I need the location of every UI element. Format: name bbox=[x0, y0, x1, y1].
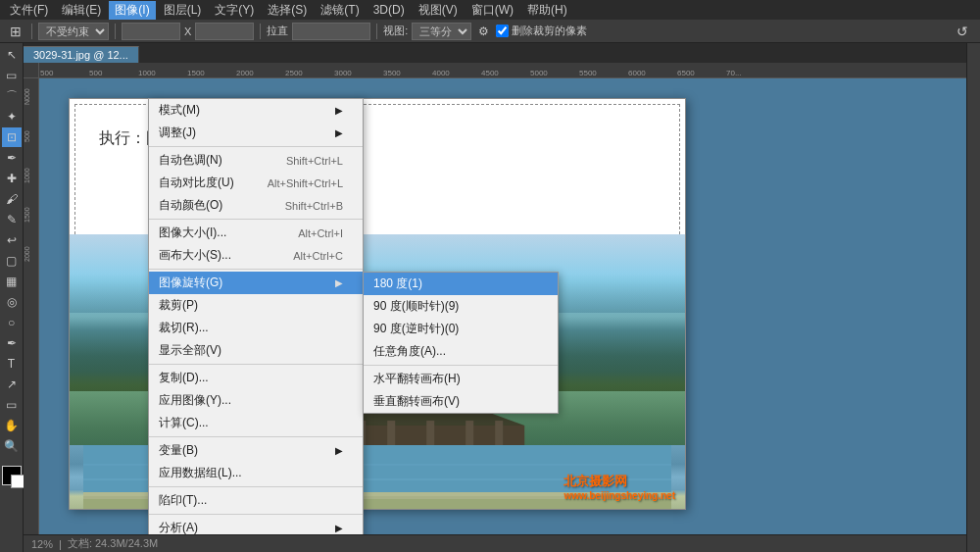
menu-item-adjust[interactable]: 调整(J) ▶ bbox=[149, 122, 363, 144]
menu-item-trap[interactable]: 陷印(T)... bbox=[149, 489, 363, 512]
menu-sep-4 bbox=[149, 364, 363, 365]
menu-item-duplicate[interactable]: 复制(D)... bbox=[149, 367, 363, 389]
delete-pixels-checkbox[interactable] bbox=[496, 25, 509, 37]
menu-sep-1 bbox=[149, 146, 363, 147]
delete-pixels-label: 删除裁剪的像素 bbox=[512, 24, 587, 38]
menu-text[interactable]: 文字(Y) bbox=[209, 1, 260, 20]
menu-item-rotation[interactable]: 图像旋转(G) ▶ 180 度(1) 90 度(顺时针)(9) 90 度(逆时 bbox=[149, 272, 363, 294]
tool-stamp[interactable]: ✎ bbox=[2, 210, 22, 229]
menu-filter[interactable]: 滤镜(T) bbox=[315, 1, 365, 20]
canvas-area: 执行：图象＞图象旋转＞180° bbox=[39, 78, 966, 534]
doc-tab-current[interactable]: 3029-31.jpg @ 12... bbox=[24, 46, 139, 63]
ruler-tick: 3000 bbox=[333, 69, 382, 77]
ruler-tick: 3500 bbox=[382, 69, 431, 77]
status-bar: 12% | 文档: 24.3M/24.3M bbox=[24, 534, 966, 552]
submenu-flip-v[interactable]: 垂直翻转画布(V) bbox=[364, 390, 558, 413]
delete-pixels-checkbox-label[interactable]: 删除裁剪的像素 bbox=[496, 24, 587, 38]
view-settings-icon[interactable]: ⚙ bbox=[475, 25, 492, 38]
ruler-numbers: 500 500 1000 1500 2000 2500 3000 3500 40… bbox=[39, 63, 966, 77]
tool-brush[interactable]: 🖌 bbox=[2, 189, 22, 209]
menu-item-auto-tone[interactable]: 自动色调(N) Shift+Ctrl+L bbox=[149, 149, 363, 172]
straighten-tool[interactable] bbox=[292, 23, 370, 40]
menu-edit[interactable]: 编辑(E) bbox=[56, 1, 107, 20]
tool-blur[interactable]: ◎ bbox=[2, 292, 22, 312]
menu-item-crop[interactable]: 裁剪(P) bbox=[149, 294, 363, 317]
tool-pen[interactable]: ✒ bbox=[2, 333, 22, 353]
toolbar-icon-crop[interactable]: ⊞ bbox=[6, 24, 25, 39]
menu-sep-6 bbox=[149, 486, 363, 487]
ruler-v-tick: 1000 bbox=[24, 157, 38, 196]
crop-mode-select[interactable]: 不受约束 bbox=[38, 23, 109, 40]
tool-eraser[interactable]: ▢ bbox=[2, 251, 22, 271]
tool-eyedropper[interactable]: ✒ bbox=[2, 148, 22, 168]
menu-item-trim[interactable]: 裁切(R)... bbox=[149, 317, 363, 339]
reset-icon[interactable]: ↺ bbox=[956, 24, 968, 39]
tool-shape[interactable]: ▭ bbox=[2, 395, 22, 415]
ruler-tick: 500 bbox=[88, 69, 137, 77]
ruler-vertical: N000 500 1000 1500 2000 bbox=[24, 78, 39, 534]
doc-tabs: 3029-31.jpg @ 12... bbox=[24, 43, 966, 63]
menu-item-image-size[interactable]: 图像大小(I)... Alt+Ctrl+I bbox=[149, 222, 363, 244]
tool-path-select[interactable]: ↗ bbox=[2, 375, 22, 394]
menu-sep-7 bbox=[149, 514, 363, 515]
menu-item-variables[interactable]: 变量(B) ▶ bbox=[149, 439, 363, 462]
menu-item-reveal-all[interactable]: 显示全部(V) bbox=[149, 339, 363, 362]
status-sep: | bbox=[59, 538, 62, 550]
ruler-tick: 500 bbox=[39, 69, 88, 77]
tool-lasso[interactable]: ⌒ bbox=[2, 86, 22, 106]
menu-item-canvas-size[interactable]: 画布大小(S)... Alt+Ctrl+C bbox=[149, 244, 363, 267]
tool-healing[interactable]: ✚ bbox=[2, 169, 22, 188]
tool-magic-wand[interactable]: ✦ bbox=[2, 107, 22, 126]
view-label: 视图: bbox=[383, 24, 408, 38]
menu-sep-2 bbox=[149, 219, 363, 220]
menu-file[interactable]: 文件(F) bbox=[4, 1, 54, 20]
submenu-arbitrary[interactable]: 任意角度(A)... bbox=[364, 340, 558, 363]
menu-window[interactable]: 窗口(W) bbox=[466, 1, 519, 20]
tool-history-brush[interactable]: ↩ bbox=[2, 230, 22, 250]
menu-sep-5 bbox=[149, 436, 363, 437]
menu-view[interactable]: 视图(V) bbox=[413, 1, 464, 20]
submenu-90ccw[interactable]: 90 度(逆时针)(0) bbox=[364, 318, 558, 340]
menu-image[interactable]: 图像(I) bbox=[109, 1, 155, 20]
menu-item-apply-image[interactable]: 应用图像(Y)... bbox=[149, 389, 363, 412]
watermark-container: 北京摄影网 www.beijingsheying.net bbox=[564, 473, 675, 501]
toolbar: ⊞ 不受约束 X 拉直 视图: 三等分 ⚙ 删除裁剪的像素 ↺ bbox=[0, 20, 980, 43]
menu-sep-3 bbox=[149, 269, 363, 270]
menu-item-apply-data[interactable]: 应用数据组(L)... bbox=[149, 462, 363, 484]
menu-help[interactable]: 帮助(H) bbox=[521, 1, 573, 20]
width-input[interactable] bbox=[122, 23, 180, 40]
submenu-flip-h[interactable]: 水平翻转画布(H) bbox=[364, 368, 558, 390]
background-color[interactable] bbox=[11, 475, 24, 488]
tool-hand[interactable]: ✋ bbox=[2, 416, 22, 435]
menu-item-analysis[interactable]: 分析(A) ▶ bbox=[149, 517, 363, 534]
menu-3d[interactable]: 3D(D) bbox=[368, 2, 411, 18]
ruler-tick: 5500 bbox=[578, 69, 627, 77]
toolbar-sep-3 bbox=[260, 24, 261, 39]
watermark-url: www.beijingsheying.net bbox=[564, 490, 675, 501]
height-input[interactable] bbox=[195, 23, 254, 40]
menu-item-mode[interactable]: 模式(M) ▶ bbox=[149, 99, 363, 122]
ruler-v-tick: 1500 bbox=[24, 196, 38, 235]
toolbar-sep-1 bbox=[31, 24, 32, 39]
submenu-180[interactable]: 180 度(1) bbox=[364, 273, 558, 295]
tool-dodge[interactable]: ○ bbox=[2, 313, 22, 332]
ruler-v-tick: 2000 bbox=[24, 235, 38, 275]
menu-item-calc[interactable]: 计算(C)... bbox=[149, 412, 363, 434]
menu-layer[interactable]: 图层(L) bbox=[158, 1, 208, 20]
right-panel bbox=[966, 43, 980, 552]
tool-crop[interactable]: ⊡ bbox=[2, 127, 22, 147]
submenu-sep bbox=[364, 365, 558, 366]
menu-item-auto-contrast[interactable]: 自动对比度(U) Alt+Shift+Ctrl+L bbox=[149, 172, 363, 194]
menu-select[interactable]: 选择(S) bbox=[262, 1, 313, 20]
tool-text[interactable]: T bbox=[2, 354, 22, 374]
tool-gradient[interactable]: ▦ bbox=[2, 272, 22, 291]
foreground-color[interactable] bbox=[2, 466, 22, 485]
tool-move[interactable]: ↖ bbox=[2, 45, 22, 65]
tool-marquee[interactable]: ▭ bbox=[2, 66, 22, 85]
tool-zoom[interactable]: 🔍 bbox=[2, 436, 22, 456]
menu-item-auto-color[interactable]: 自动颜色(O) Shift+Ctrl+B bbox=[149, 194, 363, 217]
view-select[interactable]: 三等分 bbox=[412, 23, 471, 40]
submenu-90cw[interactable]: 90 度(顺时针)(9) bbox=[364, 295, 558, 318]
ruler-tick: 5000 bbox=[529, 69, 578, 77]
canvas-workspace: N000 500 1000 1500 2000 执行：图象＞图象旋转＞180° bbox=[24, 78, 966, 534]
